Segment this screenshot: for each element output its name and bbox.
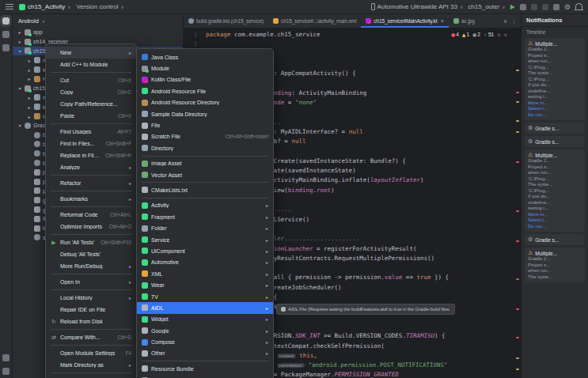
commit-tool-icon[interactable] bbox=[2, 31, 9, 38]
menu-item-image-asset[interactable]: Image Asset bbox=[137, 158, 273, 169]
project-tool-icon[interactable] bbox=[2, 17, 9, 25]
chevron-icon: ▸ bbox=[27, 67, 32, 73]
menu-item-widget[interactable]: Widget▸ bbox=[137, 314, 273, 325]
notification-link[interactable]: Do not ... bbox=[528, 112, 582, 119]
menu-item-file[interactable]: File bbox=[137, 119, 273, 130]
run-configuration-selector[interactable]: ch15_outer ∨ bbox=[468, 3, 505, 10]
menu-item-kotlin-class-file[interactable]: Kotlin Class/File bbox=[137, 74, 273, 85]
menu-item-add-c-to-module[interactable]: Add C++ to Module bbox=[46, 59, 136, 70]
notification-text: The syste... bbox=[528, 182, 582, 188]
menu-item-google[interactable]: Google▸ bbox=[137, 325, 273, 336]
chevron-down-icon[interactable]: ∨ bbox=[503, 18, 507, 25]
menu-item-java-class[interactable]: Java Class bbox=[137, 51, 273, 62]
menu-item-debug-all-tests[interactable]: Debug 'All Tests' bbox=[46, 248, 136, 260]
run-button[interactable]: ▶ bbox=[510, 4, 515, 10]
notification-link[interactable]: More in... bbox=[528, 100, 582, 107]
menu-item-bookmarks[interactable]: Bookmarks▸ bbox=[46, 193, 136, 205]
notification-card[interactable]: ⚠Multiple...Gradle J...Project s...when … bbox=[525, 38, 585, 120]
tree-item-app[interactable]: ▸app bbox=[13, 28, 183, 37]
notification-card[interactable]: ⚠Multiple...Gradle J...Project s...when … bbox=[525, 149, 585, 232]
menu-item-replace-in-files[interactable]: Replace in Files...Ctrl+Shift+R bbox=[46, 149, 136, 161]
menu-item-fragment[interactable]: Fragment▸ bbox=[137, 211, 273, 222]
next-problem-icon[interactable]: ∨ bbox=[504, 32, 507, 37]
device-selector[interactable]: Automotive Ultrawide API 33 ∨ bbox=[371, 3, 464, 10]
version-control-menu[interactable]: Version control ∨ bbox=[77, 3, 124, 10]
editor-tab-ch15-service-activity-main-xml[interactable]: ch15_service#...\activity_main.xml bbox=[268, 14, 361, 28]
menu-item-android-resource-file[interactable]: Android Resource File bbox=[137, 85, 273, 96]
menu-item-activity[interactable]: Activity▸ bbox=[137, 200, 273, 211]
menu-item-analyze[interactable]: Analyze▸ bbox=[46, 161, 136, 173]
menu-item-repair-ide-on-file[interactable]: Repair IDE on File bbox=[46, 304, 136, 316]
more-options-icon[interactable]: ⋮ bbox=[511, 18, 517, 25]
menu-item-cut[interactable]: CutCtrl+X bbox=[46, 74, 136, 86]
menu-item-vector-asset[interactable]: Vector Asset bbox=[137, 169, 273, 180]
terminal-tool-icon[interactable] bbox=[2, 354, 9, 361]
menu-item-reload-from-disk[interactable]: ↻Reload from Disk bbox=[46, 316, 136, 327]
menu-item-sample-data-directory[interactable]: Sample Data Directory bbox=[137, 108, 273, 119]
project-view-header[interactable]: Android ∨ bbox=[13, 14, 183, 28]
notification-link[interactable]: Select t... bbox=[528, 106, 582, 112]
menu-item-optimize-imports[interactable]: Optimize ImportsCtrl+Alt+O bbox=[46, 221, 136, 232]
submenu-arrow-icon: ▸ bbox=[266, 237, 268, 243]
menu-item-uicomponent[interactable]: UiComponent▸ bbox=[137, 245, 273, 256]
menu-item-scratch-file[interactable]: Scratch FileCtrl+Alt+Shift+Insert bbox=[137, 131, 273, 142]
notification-card[interactable]: ⚙Gradle s... bbox=[525, 234, 585, 245]
structure-tool-icon[interactable] bbox=[2, 44, 9, 51]
menu-item-wear[interactable]: Wear▸ bbox=[137, 279, 273, 290]
inspections-widget[interactable]: ●4▲1●2✓51 ∧ ∨ bbox=[449, 31, 510, 38]
menu-item-android-resource-directory[interactable]: Android Resource Directory bbox=[137, 97, 273, 108]
notification-card[interactable]: ⚙Gradle s... bbox=[525, 136, 585, 147]
menu-item-find-in-files[interactable]: Find in Files...Ctrl+Shift+F bbox=[46, 138, 136, 149]
menu-separator bbox=[51, 372, 131, 373]
menu-item-copy[interactable]: CopyCtrl+C bbox=[46, 86, 136, 98]
notification-card[interactable]: ⚙Gradle s... bbox=[525, 123, 585, 134]
menu-item-tv[interactable]: TV▸ bbox=[137, 291, 273, 302]
notification-link[interactable]: Do not ... bbox=[528, 224, 582, 230]
settings-gear-icon[interactable]: ⚙ bbox=[564, 3, 571, 11]
hamburger-menu-icon[interactable] bbox=[6, 4, 13, 9]
menu-item-find-usages[interactable]: Find UsagesAlt+F7 bbox=[46, 126, 136, 138]
menu-item-folder[interactable]: Folder▸ bbox=[137, 222, 273, 233]
menu-item-editorconfig-file[interactable]: EditorConfig File bbox=[137, 375, 273, 378]
menu-item-service[interactable]: Service▸ bbox=[137, 234, 273, 245]
menu-item-mark-directory-as[interactable]: Mark Directory as▸ bbox=[46, 359, 136, 371]
menu-item-other[interactable]: Other▸ bbox=[137, 348, 273, 359]
menu-item-paste[interactable]: PasteCtrl+V bbox=[46, 110, 136, 122]
problems-tool-icon[interactable] bbox=[2, 368, 9, 375]
notification-link[interactable]: More in... bbox=[528, 212, 582, 218]
menu-item-run-all-tests[interactable]: ▶Run 'All Tests'Ctrl+Shift+F10 bbox=[46, 236, 136, 248]
scrollbar-mark bbox=[516, 357, 519, 359]
menu-item-open-in[interactable]: Open In▸ bbox=[46, 276, 136, 288]
editor-tab-build-gradle-kts-ch15-service[interactable]: build.gradle.kts (ch15_service) bbox=[184, 14, 268, 28]
menu-item-more-run-debug[interactable]: More Run/Debug▸ bbox=[46, 260, 136, 272]
menu-item-refactor[interactable]: Refactor▸ bbox=[46, 177, 136, 189]
menu-item-label: Sample Data Directory bbox=[151, 112, 268, 117]
debug-button[interactable] bbox=[520, 4, 526, 10]
menu-item-local-history[interactable]: Local History▸ bbox=[46, 292, 136, 304]
menu-item-open-module-settings[interactable]: Open Module SettingsF4 bbox=[46, 347, 136, 359]
menu-item-compose[interactable]: Compose▸ bbox=[137, 336, 273, 347]
menu-item-automotive[interactable]: Automotive▸ bbox=[137, 257, 273, 268]
menu-item-copy-path-reference[interactable]: Copy Path/Reference... bbox=[46, 98, 136, 110]
menu-item-resource-bundle[interactable]: Resource Bundle bbox=[137, 363, 273, 374]
menu-item-reformat-code[interactable]: Reformat CodeCtrl+Alt+L bbox=[46, 209, 136, 221]
project-selector[interactable]: ch15_Activity ∨ bbox=[19, 3, 71, 10]
menu-item-cmakelists-txt[interactable]: CMakeLists.txt bbox=[137, 184, 273, 195]
close-icon[interactable]: × bbox=[440, 18, 444, 25]
editor-tab-ac-jpg[interactable]: ac.jpg bbox=[449, 14, 480, 28]
menu-item-aidl[interactable]: AIDL▸ bbox=[137, 302, 273, 313]
notification-card[interactable]: ⚠Multiple...Gradle J...Project s...when … bbox=[525, 248, 585, 282]
stop-button[interactable] bbox=[531, 4, 537, 10]
profile-button[interactable] bbox=[542, 4, 548, 10]
menu-item-new[interactable]: New▸ bbox=[46, 47, 136, 59]
menu-item-analyze-dependencies[interactable]: Analyze Dependencies... bbox=[46, 375, 136, 378]
menu-item-module[interactable]: Module bbox=[137, 62, 273, 74]
editor-tab-ch15-service-mainactivity-kt[interactable]: ch15_service#MainActivity.kt× bbox=[361, 14, 449, 28]
notifications-bell-icon[interactable] bbox=[575, 3, 582, 10]
notification-link[interactable]: Select t... bbox=[528, 217, 582, 224]
prev-problem-icon[interactable]: ∧ bbox=[497, 32, 500, 37]
menu-item-directory[interactable]: Directory bbox=[137, 142, 273, 153]
search-everywhere-icon[interactable] bbox=[553, 4, 560, 10]
menu-item-compare-with[interactable]: ⇄Compare With...Ctrl+D bbox=[46, 331, 136, 343]
menu-item-xml[interactable]: XML▸ bbox=[137, 268, 273, 279]
